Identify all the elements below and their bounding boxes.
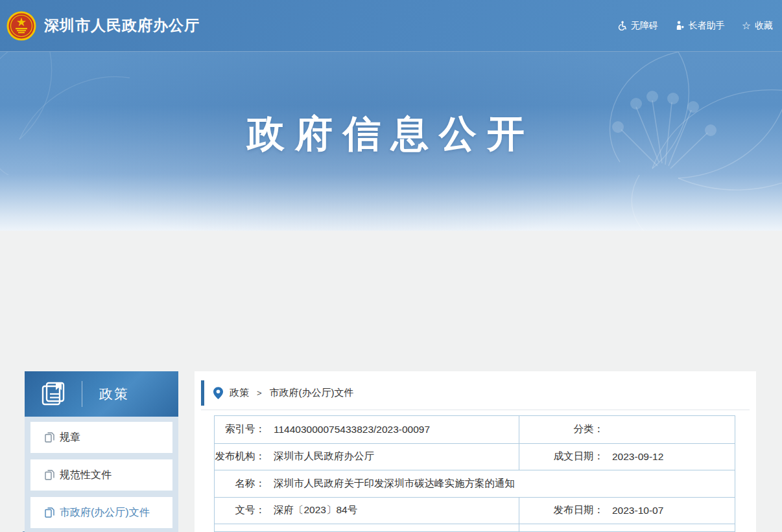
sidebar-header-label: 政策 <box>99 385 129 403</box>
sidebar-item-regulations[interactable]: 规章 <box>30 422 172 453</box>
table-row <box>215 524 735 531</box>
sidebar-menu: 规章 规范性文件 市政府(办公厅)文件 <box>25 417 178 532</box>
sidebar-item-label: 市政府(办公厅)文件 <box>60 506 150 520</box>
search-section <box>0 231 782 371</box>
issue-date-value: 2023-09-12 <box>612 451 663 463</box>
location-pin-icon <box>213 387 223 399</box>
document-number-value: 深府〔2023〕84号 <box>274 503 357 517</box>
issuing-agency-label: 发布机构： <box>215 450 265 463</box>
index-number-label: 索引号： <box>215 422 265 436</box>
issuing-agency-value: 深圳市人民政府办公厅 <box>274 450 374 463</box>
national-emblem-logo <box>6 11 36 41</box>
publish-date-value: 2023-10-07 <box>612 505 663 516</box>
breadcrumb-separator: > <box>257 388 262 398</box>
breadcrumb: 政策 > 市政府(办公厅)文件 <box>201 380 750 406</box>
sidebar-item-label: 规章 <box>60 431 80 445</box>
sidebar-header: 政策 <box>25 371 178 417</box>
favorite-link[interactable]: ☆ 收藏 <box>742 20 773 32</box>
next-row-partial <box>215 524 519 531</box>
favorite-label: 收藏 <box>755 20 773 32</box>
policy-book-icon <box>39 380 67 408</box>
elder-person-icon <box>675 21 685 30</box>
issue-date-cell: 成文日期： 2023-09-12 <box>519 444 735 470</box>
document-icon <box>45 432 54 443</box>
elder-helper-link[interactable]: 长者助手 <box>675 20 725 32</box>
document-icon <box>45 470 54 480</box>
page-title: 政府信息公开 <box>0 109 782 159</box>
document-info-table: 索引号： 114403000075433823/2023-00097 分类： 发… <box>214 415 735 532</box>
publish-date-cell: 发布日期： 2023-10-07 <box>519 498 735 524</box>
top-header-bar: 深圳市人民政府办公厅 无障碍 长者助手 ☆ 收藏 <box>0 0 782 52</box>
issue-date-label: 成文日期： <box>519 450 604 463</box>
category-cell: 分类： <box>519 416 735 443</box>
elder-helper-label: 长者助手 <box>689 20 725 32</box>
document-detail-panel: 政策 > 市政府(办公厅)文件 索引号： 114403000075433823/… <box>195 371 756 532</box>
wheelchair-icon <box>617 21 627 30</box>
document-icon <box>45 507 54 518</box>
breadcrumb-divider <box>201 410 750 410</box>
sidebar-header-divider <box>82 381 82 407</box>
site-title: 深圳市人民政府办公厅 <box>44 16 200 36</box>
document-name-label: 名称： <box>215 477 265 491</box>
table-row: 发布机构： 深圳市人民政府办公厅 成文日期： 2023-09-12 <box>215 443 735 470</box>
sidebar-item-label: 规范性文件 <box>60 468 112 482</box>
document-name-cell: 名称： 深圳市人民政府关于印发深圳市碳达峰实施方案的通知 <box>215 470 735 497</box>
category-label: 分类： <box>519 422 604 436</box>
sidebar-item-municipal-government-documents[interactable]: 市政府(办公厅)文件 <box>30 497 172 528</box>
document-name-value: 深圳市人民政府关于印发深圳市碳达峰实施方案的通知 <box>274 477 515 491</box>
policy-sidebar: 政策 规章 规范性文件 <box>25 371 178 532</box>
utility-links: 无障碍 长者助手 ☆ 收藏 <box>617 20 773 32</box>
breadcrumb-item-documents[interactable]: 市政府(办公厅)文件 <box>270 387 354 399</box>
document-number-cell: 文号： 深府〔2023〕84号 <box>215 498 519 524</box>
publish-date-label: 发布日期： <box>519 503 604 517</box>
table-row: 索引号： 114403000075433823/2023-00097 分类： <box>215 416 735 443</box>
table-row: 文号： 深府〔2023〕84号 发布日期： 2023-10-07 <box>215 497 735 524</box>
sidebar-item-normative-documents[interactable]: 规范性文件 <box>30 459 172 491</box>
accessibility-label: 无障碍 <box>631 20 658 32</box>
star-icon: ☆ <box>742 21 751 31</box>
document-number-label: 文号： <box>215 503 265 517</box>
index-number-cell: 索引号： 114403000075433823/2023-00097 <box>215 416 519 443</box>
index-number-value: 114403000075433823/2023-00097 <box>274 424 430 435</box>
accessibility-link[interactable]: 无障碍 <box>617 20 658 32</box>
breadcrumb-item-policy[interactable]: 政策 <box>230 387 249 399</box>
issuing-agency-cell: 发布机构： 深圳市人民政府办公厅 <box>215 444 519 470</box>
page-banner: 政府信息公开 <box>0 52 782 231</box>
table-row: 名称： 深圳市人民政府关于印发深圳市碳达峰实施方案的通知 <box>215 470 735 497</box>
